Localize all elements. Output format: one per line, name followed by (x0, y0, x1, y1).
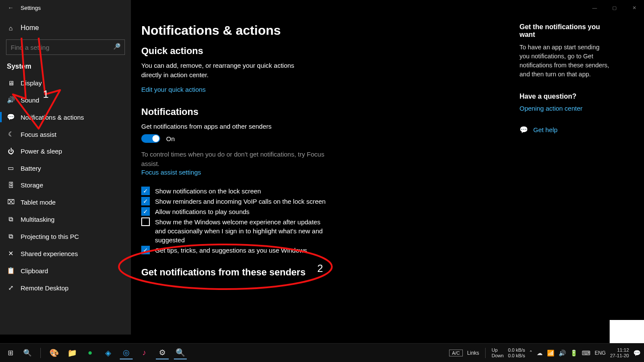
tray-ac-indicator[interactable]: A/C (449, 350, 463, 356)
sidebar-item-power-sleep[interactable]: ⏻Power & sleep (0, 143, 131, 160)
taskbar-separator (485, 348, 486, 358)
taskbar-app-itunes[interactable]: ♪ (138, 347, 151, 359)
tray-up-speed: 0.0 kB/s (508, 347, 525, 353)
nav-icon: ▭ (7, 164, 15, 172)
taskbar-app-telegram[interactable]: ◈ (102, 347, 115, 359)
sidebar-item-storage[interactable]: 🗄Storage (0, 177, 131, 193)
nav-icon: ⌧ (7, 198, 15, 206)
sidebar-item-focus-assist[interactable]: ☾Focus assist (0, 126, 131, 143)
nav-label: Focus assist (21, 131, 56, 138)
aside-help-header: Get the notifications you want (519, 23, 610, 39)
nav-icon: 💬 (7, 113, 15, 121)
checkbox-label: Show me the Windows welcome experience a… (155, 217, 326, 244)
sidebar-item-remote-desktop[interactable]: ⤢Remote Desktop (0, 279, 131, 296)
taskbar-app-spotify[interactable]: ● (84, 347, 97, 359)
checkbox-label: Allow notifications to play sounds (155, 207, 249, 216)
sidebar-item-shared-experiences[interactable]: ✕Shared experiences (0, 245, 131, 262)
nav-icon: 🔊 (7, 96, 15, 104)
back-button[interactable]: ← (8, 4, 14, 11)
tray-language[interactable]: ENG (595, 350, 606, 356)
sidebar-item-sound[interactable]: 🔊Sound (0, 91, 131, 109)
checkbox-list: ✓Show notifications on the lock screen✓S… (141, 187, 476, 255)
tray-keyboard-icon[interactable]: ⌨ (582, 350, 590, 356)
search-input[interactable] (6, 39, 125, 55)
tray-onedrive-icon[interactable]: ☁ (537, 350, 543, 356)
taskbar-app-everything[interactable]: 🔍 (174, 347, 187, 359)
nav-list: 🖥Display🔊Sound💬Notifications & actions☾F… (0, 75, 131, 296)
notifications-header: Notifications (141, 106, 476, 118)
checkbox-label: Show notifications on the lock screen (155, 187, 261, 196)
nav-label: Battery (21, 165, 41, 172)
notifications-desc: Get notifications from apps and other se… (141, 122, 313, 131)
taskbar-separator (40, 348, 41, 358)
checkbox-row: ✓Show reminders and incoming VoIP calls … (141, 197, 326, 206)
toggle-state-label: On (166, 135, 175, 142)
checkbox[interactable]: ✓ (141, 246, 150, 254)
close-button[interactable]: ✕ (624, 0, 644, 15)
sidebar-item-multitasking[interactable]: ⧉Multitasking (0, 211, 131, 228)
sidebar-item-clipboard[interactable]: 📋Clipboard (0, 262, 131, 279)
toggle-knob (152, 135, 159, 142)
nav-icon: 🗄 (7, 181, 15, 189)
checkbox-row: ✓Show notifications on the lock screen (141, 187, 326, 196)
home-icon: ⌂ (7, 24, 15, 32)
tray-battery-icon[interactable]: 🔋 (570, 350, 577, 356)
sidebar-item-notifications-actions[interactable]: 💬Notifications & actions (0, 109, 131, 126)
opening-action-center-link[interactable]: Opening action center (519, 105, 610, 112)
notifications-toggle[interactable] (141, 134, 160, 143)
checkbox[interactable]: ✓ (141, 187, 150, 195)
page-title: Notifications & actions (141, 23, 476, 38)
taskbar-app-settings[interactable]: ⚙ (156, 347, 169, 359)
nav-icon: ☾ (7, 130, 15, 138)
taskbar-app-paint[interactable]: 🎨 (48, 347, 61, 359)
tray-volume-icon[interactable]: 🔊 (559, 350, 566, 356)
nav-icon: 🖥 (7, 79, 15, 87)
checkbox[interactable]: ✓ (141, 197, 150, 205)
checkbox[interactable] (141, 217, 150, 226)
nav-icon: ✕ (7, 250, 15, 257)
tray-net-labels: Up Down (492, 347, 504, 358)
help-icon: 💬 (519, 126, 528, 134)
tray-up-label: Up (492, 347, 504, 353)
tray-down-label: Down (492, 353, 504, 358)
search-icon: 🔍 (113, 43, 121, 50)
tray-wifi-icon[interactable]: 📶 (547, 350, 554, 356)
checkbox[interactable]: ✓ (141, 207, 150, 216)
nav-label: Shared experiences (21, 250, 78, 257)
get-help-link[interactable]: Get help (533, 126, 558, 133)
taskbar-search-icon[interactable]: 🔍 (21, 347, 33, 359)
start-button[interactable]: ⊞ (4, 347, 16, 359)
nav-label: Projecting to this PC (21, 233, 79, 240)
focus-assist-desc: To control times when you do or don't ge… (141, 150, 326, 169)
nav-label: Notifications & actions (21, 114, 84, 121)
tray-down-speed: 0.0 kB/s (508, 353, 525, 358)
sidebar-item-battery[interactable]: ▭Battery (0, 160, 131, 177)
taskbar-app-edge[interactable]: ◎ (120, 347, 133, 359)
sidebar: ⌂ Home 🔍 System 🖥Display🔊Sound💬Notificat… (0, 0, 131, 335)
home-label: Home (21, 24, 39, 32)
tray-clock[interactable]: 11:12 27-11-20 (610, 347, 629, 358)
tray-action-center-icon[interactable]: 💬 (633, 350, 641, 356)
nav-label: Remote Desktop (21, 284, 69, 292)
quick-actions-header: Quick actions (141, 45, 476, 57)
taskbar-app-explorer[interactable]: 📁 (66, 347, 79, 359)
checkbox-label: Get tips, tricks, and suggestions as you… (155, 246, 307, 255)
sidebar-item-tablet-mode[interactable]: ⌧Tablet mode (0, 193, 131, 211)
maximize-button[interactable]: ▢ (605, 0, 624, 15)
edit-quick-actions-link[interactable]: Edit your quick actions (141, 86, 206, 93)
tray-chevron-icon[interactable]: ˄ (529, 350, 532, 356)
quick-actions-desc: You can add, remove, or rearrange your q… (141, 61, 313, 80)
nav-icon: ⏻ (7, 148, 15, 155)
senders-header: Get notifications from these senders (141, 267, 476, 278)
checkbox-row: ✓Allow notifications to play sounds (141, 207, 326, 216)
titlebar: ← Settings — ▢ ✕ (0, 0, 644, 15)
focus-assist-link[interactable]: Focus assist settings (141, 169, 201, 176)
aside-question-header: Have a question? (519, 93, 610, 100)
tray-links-label[interactable]: Links (467, 350, 479, 356)
home-button[interactable]: ⌂ Home (0, 20, 131, 36)
sidebar-item-display[interactable]: 🖥Display (0, 75, 131, 91)
nav-label: Clipboard (21, 267, 48, 275)
nav-label: Power & sleep (21, 148, 62, 155)
minimize-button[interactable]: — (585, 0, 605, 15)
sidebar-item-projecting-to-this-pc[interactable]: ⧉Projecting to this PC (0, 228, 131, 245)
